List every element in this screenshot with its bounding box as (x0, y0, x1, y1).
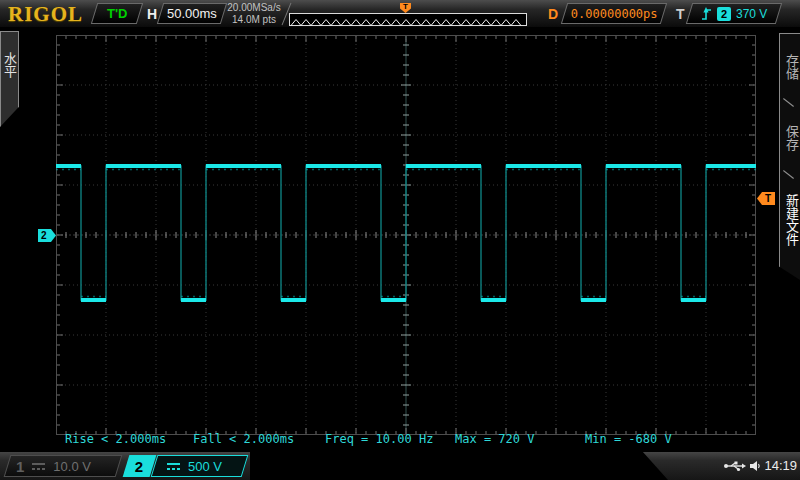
memory-waveform-icon (290, 17, 526, 28)
trigger-level-value: 370 V (736, 7, 767, 21)
usb-icon (723, 460, 746, 472)
menu-item-new-file[interactable]: 新建文件 (783, 194, 799, 246)
delay-value: 0.00000000ps (571, 7, 658, 21)
oscilloscope-screen: RIGOL T'D H 50.00ms 20.00MSa/s 14.0M pts… (0, 0, 800, 480)
acquisition-info: 20.00MSa/s 14.0M pts (225, 2, 283, 26)
channel1-scale: 10.0 V (53, 459, 91, 474)
trigger-status-badge: T'D (91, 3, 143, 24)
trigger-source-badge: 2 (717, 7, 731, 21)
display-area: 水平 存储 保存 新建文件 2 T Rise < 2.000ms Fall < … (0, 28, 800, 452)
menu-divider (783, 170, 794, 179)
trigger-label: T (676, 6, 685, 22)
status-bar: RIGOL T'D H 50.00ms 20.00MSa/s 14.0M pts… (0, 0, 800, 28)
channel-status-bar: 1 10.0 V 2 500 V (0, 452, 800, 480)
clock: 14:19 (764, 458, 797, 473)
sample-rate: 20.00MSa/s (225, 2, 283, 14)
memory-depth: 14.0M pts (225, 14, 283, 26)
ch2-waveform-edges (56, 166, 756, 300)
timebase-value: 50.00ms (167, 6, 217, 21)
softkey-menu: 存储 保存 新建文件 (779, 33, 800, 280)
rising-edge-icon (700, 6, 712, 21)
rigol-logo: RIGOL (8, 2, 83, 27)
trigger-position-marker[interactable]: T (400, 3, 411, 13)
system-status: 14:19 (723, 458, 797, 473)
channel1-status-box[interactable]: 1 10.0 V (4, 455, 123, 477)
menu-divider (783, 98, 794, 107)
delay-label: D (548, 6, 558, 22)
timebase-box[interactable]: 50.00ms (157, 3, 227, 24)
delay-box[interactable]: 0.00000000ps (561, 3, 667, 24)
menu-item-save[interactable]: 保存 (783, 125, 799, 151)
measurement-max: Max = 720 V (455, 432, 534, 446)
trigger-status-text: T'D (107, 6, 127, 21)
channel2-scale: 500 V (188, 459, 222, 474)
channel2-status-box[interactable]: 500 V (151, 455, 249, 477)
measurement-freq: Freq = 10.00 Hz (325, 432, 433, 446)
trigger-level-marker[interactable]: T (757, 192, 775, 205)
channel2-zero-marker[interactable]: 2 (38, 229, 56, 242)
tab-horizontal-menu[interactable]: 水平 (0, 31, 19, 127)
measurement-rise: Rise < 2.000ms (65, 432, 166, 446)
dc-coupling-icon (167, 462, 180, 471)
measurement-min: Min = -680 V (585, 432, 672, 446)
dc-coupling-icon (32, 462, 45, 471)
graticule (56, 35, 756, 435)
menu-item-storage[interactable]: 存储 (783, 54, 799, 80)
channel1-number: 1 (16, 458, 24, 475)
memory-position-bar (289, 13, 527, 26)
channel2-number: 2 (135, 458, 143, 475)
trigger-settings-box[interactable]: 2 370 V (686, 3, 782, 24)
message-panel (250, 452, 668, 480)
measurement-fall: Fall < 2.000ms (193, 432, 294, 446)
horizontal-label: H (147, 6, 157, 22)
speaker-icon (749, 460, 761, 472)
